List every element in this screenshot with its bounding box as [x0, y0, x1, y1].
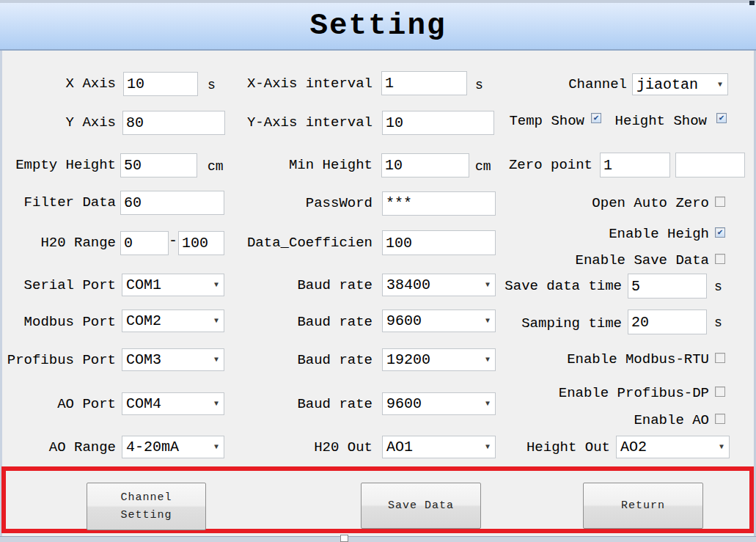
enable-modbus-rtu-checkbox[interactable] — [715, 353, 725, 363]
chevron-down-icon: ▼ — [485, 443, 490, 451]
baud-rate-profibus-label: Baud rate — [297, 352, 373, 368]
chevron-down-icon: ▼ — [719, 443, 724, 451]
zero-point-label: Zero point — [509, 157, 592, 173]
page-title: Setting — [0, 9, 756, 43]
height-out-label: Height Out — [526, 439, 610, 455]
baud-rate-ao-value: 9600 — [386, 395, 422, 412]
baud-rate-modbus-select[interactable]: 9600 ▼ — [382, 310, 496, 332]
baud-rate-serial-value: 38400 — [386, 277, 430, 293]
window-corner-mark — [749, 1, 755, 5]
ao-port-select[interactable]: COM4 ▼ — [122, 392, 224, 415]
chevron-down-icon: ▼ — [718, 81, 722, 89]
x-axis-interval-input[interactable] — [381, 71, 467, 95]
temp-show-label: Temp Show — [509, 113, 584, 129]
open-auto-zero-label: Open Auto Zero — [592, 195, 709, 211]
profibus-port-label: Profibus Port — [7, 352, 116, 368]
chevron-down-icon: ▼ — [485, 317, 490, 325]
baud-rate-profibus-value: 19200 — [386, 351, 430, 368]
channel-select[interactable]: jiaotan ▼ — [632, 73, 728, 95]
h2o-range-min-input[interactable] — [120, 231, 169, 255]
chevron-down-icon: ▼ — [214, 400, 219, 408]
profibus-port-value: COM3 — [126, 351, 161, 368]
chevron-down-icon: ▼ — [214, 317, 219, 325]
h2o-range-max-input[interactable] — [178, 231, 224, 255]
ao-range-label: AO Range — [49, 439, 116, 455]
password-input[interactable] — [382, 191, 496, 216]
save-data-button[interactable]: Save Data — [361, 483, 481, 529]
samping-time-unit: s — [714, 315, 722, 330]
h2o-out-select[interactable]: AO1 ▼ — [382, 436, 496, 458]
zero-point-input[interactable] — [600, 153, 670, 177]
enable-save-data-label: Enable Save Data — [576, 252, 709, 268]
samping-time-input[interactable] — [628, 310, 707, 334]
x-axis-interval-unit: s — [475, 78, 483, 92]
enable-modbus-rtu-label: Enable Modbus-RTU — [567, 351, 709, 367]
password-label: PassWord — [306, 195, 373, 211]
data-coefficient-input[interactable] — [382, 230, 496, 255]
min-height-input[interactable] — [381, 153, 469, 177]
channel-value: jiaotan — [636, 76, 698, 93]
y-axis-interval-label: Y-Axis interval — [247, 114, 373, 131]
chevron-down-icon: ▼ — [485, 400, 490, 408]
enable-ao-label: Enable AO — [634, 412, 709, 428]
enable-save-data-checkbox[interactable] — [715, 254, 725, 264]
ao-port-label: AO Port — [57, 396, 116, 412]
setting-window: Setting X Axis s X-Axis interval s Chann… — [0, 0, 756, 542]
save-data-time-input[interactable] — [628, 274, 707, 299]
chevron-down-icon: ▼ — [214, 356, 219, 364]
min-height-unit: cm — [475, 159, 491, 174]
x-axis-label: X Axis — [66, 76, 116, 92]
return-button[interactable]: Return — [583, 483, 703, 529]
empty-height-label: Empty Height — [15, 157, 116, 173]
baud-rate-modbus-value: 9600 — [386, 312, 422, 329]
x-axis-unit: s — [208, 78, 216, 92]
ao-range-select[interactable]: 4-20mA ▼ — [122, 436, 224, 458]
ao-port-value: COM4 — [126, 395, 161, 412]
height-out-select[interactable]: AO2 ▼ — [616, 436, 730, 458]
empty-height-input[interactable] — [120, 153, 197, 177]
chevron-down-icon: ▼ — [214, 281, 219, 289]
modbus-port-value: COM2 — [126, 312, 161, 329]
empty-height-unit: cm — [208, 159, 224, 174]
height-show-label: Height Show — [615, 113, 707, 129]
baud-rate-serial-select[interactable]: 38400 ▼ — [382, 274, 496, 296]
enable-ao-checkbox[interactable] — [715, 414, 725, 424]
temp-show-checkbox[interactable]: ✔ — [591, 113, 601, 123]
modbus-port-label: Modbus Port — [24, 314, 116, 330]
save-data-time-label: Save data time — [504, 278, 622, 294]
filter-data-input[interactable] — [120, 191, 224, 215]
window-bottom-edge — [0, 536, 756, 542]
y-axis-input[interactable] — [122, 111, 225, 135]
open-auto-zero-checkbox[interactable] — [715, 197, 725, 207]
channel-setting-button[interactable]: Channel Setting — [87, 483, 206, 530]
modbus-port-select[interactable]: COM2 ▼ — [122, 310, 224, 332]
bottom-edge-artifact — [340, 535, 348, 542]
height-show-checkbox[interactable]: ✔ — [716, 113, 727, 123]
ao-range-value: 4-20mA — [126, 439, 179, 455]
baud-rate-profibus-select[interactable]: 19200 ▼ — [382, 348, 496, 371]
serial-port-label: Serial Port — [24, 277, 116, 293]
chevron-down-icon: ▼ — [485, 356, 490, 364]
min-height-label: Min Height — [289, 157, 373, 173]
baud-rate-ao-select[interactable]: 9600 ▼ — [382, 392, 496, 415]
enable-heigh-checkbox[interactable]: ✔ — [715, 227, 725, 238]
h2o-range-separator: - — [169, 232, 177, 249]
filter-data-label: Filter Data — [24, 194, 116, 210]
x-axis-interval-label: X-Axis interval — [247, 76, 373, 92]
x-axis-input[interactable] — [123, 72, 198, 96]
profibus-port-select[interactable]: COM3 ▼ — [122, 348, 224, 371]
baud-rate-ao-label: Baud rate — [297, 396, 373, 412]
chevron-down-icon: ▼ — [214, 443, 219, 451]
data-coefficient-label: Data_Coefficien — [247, 235, 373, 251]
serial-port-select[interactable]: COM1 ▼ — [122, 274, 224, 296]
zero-point-input-2[interactable] — [675, 153, 745, 177]
baud-rate-serial-label: Baud rate — [297, 277, 373, 293]
serial-port-value: COM1 — [126, 277, 161, 293]
enable-profibus-dp-label: Enable Profibus-DP — [559, 385, 709, 401]
y-axis-interval-input[interactable] — [382, 111, 494, 135]
enable-profibus-dp-checkbox[interactable] — [715, 387, 725, 397]
samping-time-label: Samping time — [521, 315, 622, 332]
save-data-time-unit: s — [714, 279, 722, 294]
h2o-out-value: AO1 — [386, 439, 413, 455]
title-bar: Setting — [0, 0, 756, 51]
